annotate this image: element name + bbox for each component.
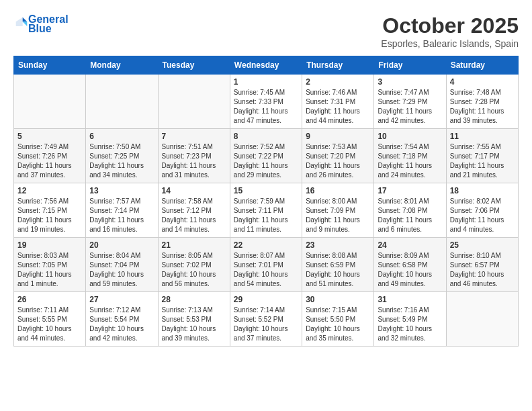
calendar-week-row: 12Sunrise: 7:56 AM Sunset: 7:15 PM Dayli… xyxy=(14,183,519,238)
weekday-header: Friday xyxy=(374,56,446,75)
day-number: 1 xyxy=(234,77,298,87)
location-subtitle: Esporles, Balearic Islands, Spain xyxy=(381,38,519,49)
day-info: Sunrise: 7:58 AM Sunset: 7:12 PM Dayligh… xyxy=(162,197,226,234)
day-number: 3 xyxy=(378,77,442,87)
day-number: 15 xyxy=(234,186,298,195)
day-info: Sunrise: 8:03 AM Sunset: 7:05 PM Dayligh… xyxy=(17,251,82,289)
weekday-header: Sunday xyxy=(14,56,86,75)
day-info: Sunrise: 7:16 AM Sunset: 5:49 PM Dayligh… xyxy=(378,306,442,343)
calendar-day-cell: 17Sunrise: 8:01 AM Sunset: 7:08 PM Dayli… xyxy=(374,183,446,238)
day-info: Sunrise: 7:13 AM Sunset: 5:53 PM Dayligh… xyxy=(162,306,226,343)
day-number: 2 xyxy=(306,77,370,87)
day-number: 8 xyxy=(234,132,298,141)
calendar-week-row: 5Sunrise: 7:49 AM Sunset: 7:26 PM Daylig… xyxy=(14,129,519,183)
logo-icon xyxy=(15,16,28,30)
calendar-day-cell: 6Sunrise: 7:50 AM Sunset: 7:25 PM Daylig… xyxy=(86,129,158,183)
day-info: Sunrise: 7:45 AM Sunset: 7:33 PM Dayligh… xyxy=(234,88,298,126)
weekday-header: Thursday xyxy=(302,56,374,75)
day-number: 19 xyxy=(17,240,82,250)
calendar-day-cell: 30Sunrise: 7:15 AM Sunset: 5:50 PM Dayli… xyxy=(302,292,374,347)
calendar-week-row: 1Sunrise: 7:45 AM Sunset: 7:33 PM Daylig… xyxy=(14,75,519,129)
calendar-day-cell: 19Sunrise: 8:03 AM Sunset: 7:05 PM Dayli… xyxy=(14,238,86,292)
day-info: Sunrise: 7:47 AM Sunset: 7:29 PM Dayligh… xyxy=(378,88,442,126)
day-number: 30 xyxy=(306,295,370,304)
svg-marker-2 xyxy=(16,17,23,26)
day-number: 13 xyxy=(89,186,154,195)
day-info: Sunrise: 8:10 AM Sunset: 6:57 PM Dayligh… xyxy=(450,251,515,289)
calendar-day-cell: 26Sunrise: 7:11 AM Sunset: 5:55 PM Dayli… xyxy=(14,292,86,347)
calendar-day-cell: 1Sunrise: 7:45 AM Sunset: 7:33 PM Daylig… xyxy=(230,75,302,129)
day-info: Sunrise: 7:49 AM Sunset: 7:26 PM Dayligh… xyxy=(17,142,82,180)
svg-marker-0 xyxy=(23,17,28,21)
day-number: 4 xyxy=(450,77,515,87)
day-number: 9 xyxy=(306,132,370,141)
day-number: 14 xyxy=(162,186,226,195)
day-info: Sunrise: 8:09 AM Sunset: 6:58 PM Dayligh… xyxy=(378,251,442,289)
day-info: Sunrise: 7:48 AM Sunset: 7:28 PM Dayligh… xyxy=(450,88,515,126)
day-number: 31 xyxy=(378,295,442,304)
calendar-day-cell: 8Sunrise: 7:52 AM Sunset: 7:22 PM Daylig… xyxy=(230,129,302,183)
day-info: Sunrise: 7:11 AM Sunset: 5:55 PM Dayligh… xyxy=(17,306,82,343)
day-info: Sunrise: 7:53 AM Sunset: 7:20 PM Dayligh… xyxy=(306,142,370,180)
day-info: Sunrise: 7:55 AM Sunset: 7:17 PM Dayligh… xyxy=(450,142,515,180)
calendar-day-cell xyxy=(86,75,158,129)
calendar-table: SundayMondayTuesdayWednesdayThursdayFrid… xyxy=(13,56,519,347)
day-number: 24 xyxy=(378,240,442,250)
weekday-header: Tuesday xyxy=(158,56,230,75)
calendar-day-cell: 29Sunrise: 7:14 AM Sunset: 5:52 PM Dayli… xyxy=(230,292,302,347)
logo: General Blue xyxy=(13,13,69,34)
calendar-day-cell: 25Sunrise: 8:10 AM Sunset: 6:57 PM Dayli… xyxy=(446,238,518,292)
day-number: 18 xyxy=(450,186,515,195)
title-block: October 2025 Esporles, Balearic Islands,… xyxy=(381,13,519,49)
day-number: 16 xyxy=(306,186,370,195)
day-info: Sunrise: 7:50 AM Sunset: 7:25 PM Dayligh… xyxy=(89,142,154,180)
day-number: 6 xyxy=(89,132,154,141)
day-info: Sunrise: 8:08 AM Sunset: 6:59 PM Dayligh… xyxy=(306,251,370,289)
day-number: 7 xyxy=(162,132,226,141)
day-number: 25 xyxy=(450,240,515,250)
day-info: Sunrise: 8:05 AM Sunset: 7:02 PM Dayligh… xyxy=(162,251,226,289)
calendar-day-cell: 15Sunrise: 7:59 AM Sunset: 7:11 PM Dayli… xyxy=(230,183,302,238)
day-number: 17 xyxy=(378,186,442,195)
calendar-day-cell: 4Sunrise: 7:48 AM Sunset: 7:28 PM Daylig… xyxy=(446,75,518,129)
calendar-week-row: 19Sunrise: 8:03 AM Sunset: 7:05 PM Dayli… xyxy=(14,238,519,292)
day-number: 23 xyxy=(306,240,370,250)
day-info: Sunrise: 7:51 AM Sunset: 7:23 PM Dayligh… xyxy=(162,142,226,180)
day-info: Sunrise: 7:54 AM Sunset: 7:18 PM Dayligh… xyxy=(378,142,442,180)
day-info: Sunrise: 8:00 AM Sunset: 7:09 PM Dayligh… xyxy=(306,197,370,234)
day-info: Sunrise: 7:57 AM Sunset: 7:14 PM Dayligh… xyxy=(89,197,154,234)
calendar-day-cell: 16Sunrise: 8:00 AM Sunset: 7:09 PM Dayli… xyxy=(302,183,374,238)
calendar-day-cell: 13Sunrise: 7:57 AM Sunset: 7:14 PM Dayli… xyxy=(86,183,158,238)
day-info: Sunrise: 7:15 AM Sunset: 5:50 PM Dayligh… xyxy=(306,306,370,343)
day-info: Sunrise: 7:56 AM Sunset: 7:15 PM Dayligh… xyxy=(17,197,82,234)
calendar-week-row: 26Sunrise: 7:11 AM Sunset: 5:55 PM Dayli… xyxy=(14,292,519,347)
day-number: 29 xyxy=(234,295,298,304)
day-number: 20 xyxy=(89,240,154,250)
day-info: Sunrise: 8:02 AM Sunset: 7:06 PM Dayligh… xyxy=(450,197,515,234)
weekday-header: Saturday xyxy=(446,56,518,75)
day-number: 22 xyxy=(234,240,298,250)
calendar-day-cell: 9Sunrise: 7:53 AM Sunset: 7:20 PM Daylig… xyxy=(302,129,374,183)
day-number: 5 xyxy=(17,132,82,141)
day-number: 26 xyxy=(17,295,82,304)
calendar-day-cell xyxy=(158,75,230,129)
day-info: Sunrise: 7:14 AM Sunset: 5:52 PM Dayligh… xyxy=(234,306,298,343)
calendar-day-cell: 22Sunrise: 8:07 AM Sunset: 7:01 PM Dayli… xyxy=(230,238,302,292)
calendar-day-cell xyxy=(14,75,86,129)
day-info: Sunrise: 7:52 AM Sunset: 7:22 PM Dayligh… xyxy=(234,142,298,180)
day-info: Sunrise: 7:46 AM Sunset: 7:31 PM Dayligh… xyxy=(306,88,370,126)
day-number: 12 xyxy=(17,186,82,195)
page-header: General Blue October 2025 Esporles, Bale… xyxy=(13,13,519,49)
calendar-day-cell: 31Sunrise: 7:16 AM Sunset: 5:49 PM Dayli… xyxy=(374,292,446,347)
weekday-header-row: SundayMondayTuesdayWednesdayThursdayFrid… xyxy=(14,56,519,75)
calendar-day-cell xyxy=(446,292,518,347)
weekday-header: Wednesday xyxy=(230,56,302,75)
calendar-day-cell: 21Sunrise: 8:05 AM Sunset: 7:02 PM Dayli… xyxy=(158,238,230,292)
calendar-day-cell: 12Sunrise: 7:56 AM Sunset: 7:15 PM Dayli… xyxy=(14,183,86,238)
day-number: 21 xyxy=(162,240,226,250)
day-number: 27 xyxy=(89,295,154,304)
calendar-day-cell: 11Sunrise: 7:55 AM Sunset: 7:17 PM Dayli… xyxy=(446,129,518,183)
calendar-day-cell: 2Sunrise: 7:46 AM Sunset: 7:31 PM Daylig… xyxy=(302,75,374,129)
day-info: Sunrise: 7:59 AM Sunset: 7:11 PM Dayligh… xyxy=(234,197,298,234)
month-title: October 2025 xyxy=(381,13,519,38)
